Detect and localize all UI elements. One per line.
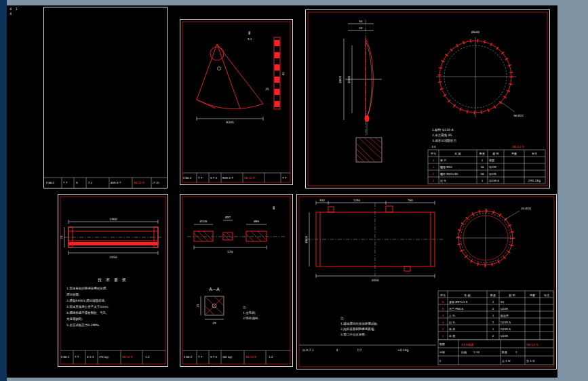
scale-label: 比例: [461, 350, 467, 355]
table-cell: 4: [433, 159, 435, 162]
note-line: 2.焊条E4303,焊后清除熔渣;: [66, 298, 106, 303]
drawing-canvas[interactable]: 4 1 4 Ⅱ 86-2 7 7 9 7 2 805-4 7 58-12-5 (…: [7, 5, 557, 378]
title-cell: 1:2: [269, 355, 273, 359]
title-cell: 9 7 2: [210, 176, 218, 180]
gusset-strip-view: [274, 37, 280, 109]
section-label: A—A: [209, 287, 220, 292]
note-line: 1.筒体卷制后纵缝采用对接焊,: [66, 286, 107, 290]
table-header: 件号: [440, 294, 446, 297]
table-cell: 36: [480, 165, 484, 169]
dim-diameter: Ø600: [305, 235, 308, 243]
note-line: 夹渣等缺陷;: [66, 317, 83, 321]
detail-view-mark: Ⅱ: [248, 31, 250, 36]
footer-cell: 7/7: [357, 348, 361, 352]
sheet-cone[interactable]: Ⅱ 5:1 R305 25 45 Ⅱ 86-2 7 7 9 7 2 R05-4 …: [180, 19, 293, 185]
table-cell: 橡胶: [489, 159, 494, 162]
title-cell: R05-4 7: [222, 176, 233, 180]
note-line: 注:: [243, 306, 247, 309]
note-line: 1.材料 Q235-A: [432, 128, 454, 132]
table-cell: 螺栓 M20×80: [440, 172, 458, 176]
table-cell: 接管 Ø57×3.5: [449, 300, 468, 304]
view-mark: Ⅱ: [273, 205, 275, 211]
sheet-count: 共 1 张: [502, 359, 511, 363]
sheet-red-border: [182, 197, 290, 364]
dim-overall: 2050: [109, 256, 117, 259]
table-cell: 2: [442, 327, 444, 331]
note-title: 注:: [340, 317, 345, 320]
table-cell: Q235: [489, 172, 496, 176]
table-cell: 法兰 PN0.6: [449, 307, 463, 310]
table-cell: 1: [492, 327, 494, 331]
sheet-head-svg: 54 24 Ø600 Ø580: [306, 10, 549, 188]
table-header: 备注: [532, 152, 537, 155]
table-cell: 2: [492, 300, 494, 304]
tank-side-view: [307, 201, 444, 278]
dim-top-2: 24: [359, 26, 363, 30]
sheet-shell-svg: 1900 2050 25 技 术 要 求 1.筒体卷制后纵缝采用对接焊, 焊后校…: [58, 195, 168, 366]
table-cell: 组合件: [500, 314, 509, 318]
table-cell: Q235: [489, 165, 496, 169]
table-cell: 6: [442, 300, 444, 304]
dim-section-h: 25: [212, 321, 216, 325]
title-cell: Ⅱ 86-2: [184, 355, 193, 359]
dim-thickness: 25: [265, 87, 269, 91]
table-cell: Q235: [501, 307, 508, 310]
note-line: 2.未注圆角 R5: [432, 134, 452, 138]
title-block-label-draw: 制图: [439, 342, 445, 346]
table-header: 备注: [544, 294, 549, 297]
bolt-hole-callout: 36-Ø22: [513, 114, 524, 117]
table-cell: 2: [433, 172, 435, 176]
table-cell: 2: [492, 334, 494, 338]
dim-top-1: 540: [319, 199, 325, 202]
table-cell: 1: [482, 179, 484, 182]
drawing-number: 58-12-5: [526, 343, 538, 346]
table-cell: 1: [433, 179, 435, 182]
sheet-nozzle[interactable]: Ø108 Ø57 Ø89 170 Ⅱ A—A 25 25 注: 1.去毛刺; 2…: [180, 194, 293, 367]
note-line: 3.管口方位按本图。: [340, 332, 368, 336]
table-cell: 2: [492, 321, 494, 324]
sheet-blank-svg: Ⅱ 86-2 7 7 9 7 2 805-4 7 58-12-5 (7 0): [44, 7, 167, 188]
corner-note-line: 4: [9, 12, 19, 16]
note-line: 5.水压试验压力0.2MPa。: [66, 323, 102, 327]
dim-length: 1900: [109, 218, 117, 221]
table-cell: 筒 体: [449, 327, 455, 331]
note-line: 焊后校圆;: [66, 292, 80, 296]
drawing-number: 58-12-5: [244, 176, 255, 180]
footer-cell: ≈0.1kg: [397, 348, 409, 352]
sheet-shell[interactable]: 1900 2050 25 技 术 要 求 1.筒体卷制后纵缝采用对接焊, 焊后校…: [58, 194, 168, 367]
table-cell: 2: [492, 307, 494, 310]
title-block-mark: Ⅱ: [439, 359, 441, 363]
title-cell: (70 kg): [99, 355, 109, 359]
corner-note-line: 4 1: [9, 7, 19, 12]
dim-top-3: 760: [408, 199, 413, 202]
table-header: 名 称: [454, 152, 460, 155]
qty-label: 数量: [502, 350, 507, 354]
table-header: 单重: [511, 152, 517, 155]
table-header: 名 称: [464, 294, 470, 297]
drawing-number: 58-12-5: [512, 145, 524, 148]
table-header: 单重: [530, 294, 535, 297]
window-left-strip: [0, 0, 7, 381]
sheet-blank[interactable]: Ⅱ 86-2 7 7 9 7 2 805-4 7 58-12-5 (7 0): [43, 7, 168, 188]
title-cell: Ⅱ 86-2: [61, 355, 70, 359]
title-cell: (7 0): [153, 181, 159, 184]
title-block-label-check: 审核: [439, 350, 445, 354]
title-cell: 1:2: [145, 355, 150, 359]
qty-value: 1: [515, 350, 517, 354]
table-cell: Q235-A: [489, 179, 499, 182]
drawing-number: 58-12-5: [134, 181, 144, 184]
sheet-tank-assembly[interactable]: 540 1250 760 3050 Ø600 20-Ø18 注: 1.罐体焊后作…: [296, 194, 557, 369]
title-cell: 805-4 7: [111, 181, 121, 184]
dim-diameter-inner: Ø580: [347, 75, 351, 83]
table-cell: 1: [482, 159, 484, 162]
parts-table-grid: [438, 291, 553, 340]
table-cell: 人 孔: [448, 314, 455, 317]
cone-development-view: [197, 44, 263, 121]
table-cell: 螺母 M20: [440, 165, 452, 169]
table-cell: 3: [433, 165, 435, 169]
bolt-hole-callout: 20-Ø18: [521, 207, 531, 210]
table-cell: 5: [442, 307, 444, 310]
dim-od-3: Ø89: [254, 220, 260, 223]
sheet-head[interactable]: 54 24 Ø600 Ø580: [305, 9, 550, 188]
table-cell: Q235: [501, 334, 508, 338]
